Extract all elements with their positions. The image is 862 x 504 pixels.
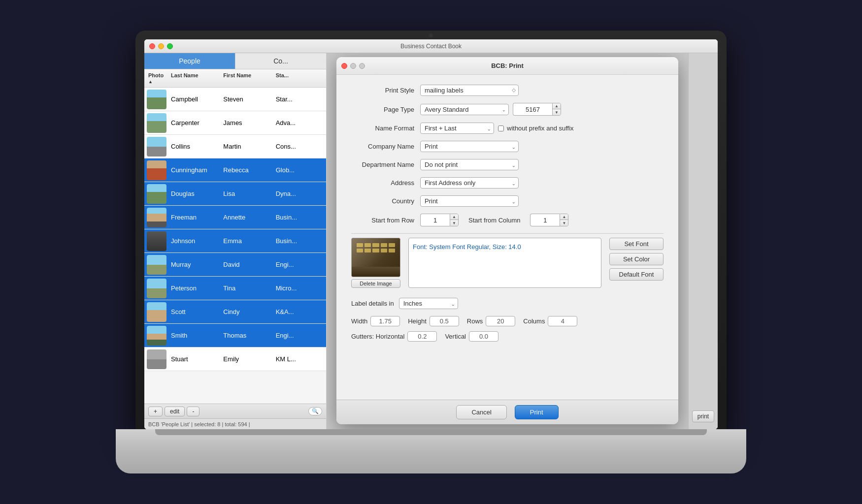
dialog-close-button[interactable]	[341, 63, 347, 69]
table-row[interactable]: CarpenterJamesAdva...	[144, 111, 326, 135]
table-row[interactable]: StuartEmilyKM L...	[144, 347, 326, 371]
address-controls: First Address only	[420, 177, 519, 189]
main-content: BCB: Print Print Style mailin	[327, 53, 688, 429]
contact-company: Dyna...	[274, 190, 326, 197]
height-label: Height	[408, 317, 427, 325]
department-name-select[interactable]: Do not print	[420, 159, 519, 170]
add-contact-button[interactable]: +	[148, 407, 163, 416]
avatar-image	[147, 113, 166, 133]
tab-people[interactable]: People	[144, 53, 235, 69]
avatar	[144, 347, 169, 371]
page-number-up[interactable]: ▲	[553, 103, 561, 109]
edit-contact-button[interactable]: edit	[165, 407, 185, 416]
dialog-max-button	[359, 63, 365, 69]
start-col-input[interactable]	[530, 214, 560, 226]
print-side-button[interactable]: print	[692, 410, 714, 422]
table-header: Photo ▲ Last Name First Name Sta...	[144, 69, 326, 88]
columns-input[interactable]	[548, 316, 577, 326]
name-format-select[interactable]: First + Last	[420, 123, 494, 134]
print-style-select-wrapper: mailing labels	[420, 85, 519, 96]
contact-last-name: Johnson	[169, 237, 221, 245]
country-select-wrapper: Print	[420, 195, 519, 207]
height-item: Height	[408, 316, 459, 326]
address-select[interactable]: First Address only	[420, 177, 519, 189]
default-font-button[interactable]: Default Font	[609, 268, 663, 281]
tab-contacts[interactable]: Co...	[235, 53, 326, 69]
col-first-header[interactable]: First Name	[221, 71, 273, 85]
contact-last-name: Douglas	[169, 190, 221, 197]
contact-first-name: Lisa	[221, 190, 273, 197]
avatar	[144, 88, 169, 111]
start-col-down[interactable]: ▼	[560, 220, 568, 226]
remove-contact-button[interactable]: -	[187, 407, 199, 416]
rows-input[interactable]	[486, 316, 515, 326]
avatar-image	[147, 255, 166, 275]
dialog-traffic-lights	[341, 63, 365, 69]
page-number-arrows: ▲ ▼	[552, 103, 561, 116]
dialog-min-button	[350, 63, 356, 69]
print-style-controls: mailing labels	[420, 85, 519, 96]
height-input[interactable]	[430, 316, 459, 326]
table-row[interactable]: DouglasLisaDyna...	[144, 182, 326, 206]
page-number-input[interactable]	[513, 103, 552, 116]
label-details-unit-select[interactable]: Inches	[399, 298, 458, 309]
window-9	[381, 249, 387, 252]
gutters-v-input[interactable]	[469, 331, 498, 342]
window-4	[381, 243, 387, 247]
avatar	[144, 253, 169, 277]
rows-item: Rows	[467, 316, 516, 326]
avatar-image	[147, 326, 166, 346]
maximize-button[interactable]	[167, 43, 173, 49]
prefix-suffix-checkbox[interactable]	[498, 126, 504, 131]
contact-company: Star...	[274, 95, 326, 103]
name-format-select-wrapper: First + Last	[420, 123, 494, 134]
name-format-controls: First + Last without prefix and suffix	[420, 123, 574, 134]
rows-label: Rows	[467, 317, 483, 325]
minimize-button[interactable]	[158, 43, 164, 49]
set-font-button[interactable]: Set Font	[609, 238, 663, 250]
col-last-header[interactable]: Last Name	[169, 71, 221, 85]
label-image-box	[351, 238, 400, 277]
address-select-wrapper: First Address only	[420, 177, 519, 189]
contact-last-name: Scott	[169, 308, 221, 315]
start-col-arrows: ▲ ▼	[560, 214, 568, 226]
start-row-down[interactable]: ▼	[450, 220, 458, 226]
table-row[interactable]: CollinsMartinCons...	[144, 135, 326, 158]
page-number-down[interactable]: ▼	[553, 109, 561, 115]
table-row[interactable]: SmithThomasEngi...	[144, 324, 326, 347]
search-input[interactable]: 🔍	[308, 407, 322, 415]
delete-image-button[interactable]: Delete Image	[351, 279, 400, 288]
name-format-label: Name Format	[351, 125, 420, 132]
page-type-select[interactable]: Avery Standard	[420, 104, 509, 115]
table-row[interactable]: ScottCindyK&A...	[144, 300, 326, 324]
cancel-button[interactable]: Cancel	[456, 405, 506, 419]
start-row-up[interactable]: ▲	[450, 214, 458, 220]
page-type-row: Page Type Avery Standard	[351, 103, 663, 116]
start-row-input[interactable]	[420, 214, 450, 226]
avatar-image	[147, 90, 166, 109]
building-windows	[357, 243, 395, 252]
table-row[interactable]: MurrayDavidEngi...	[144, 253, 326, 277]
table-row[interactable]: CampbellStevenStar...	[144, 88, 326, 111]
table-row[interactable]: CunninghamRebeccaGlob...	[144, 158, 326, 182]
col-photo-header[interactable]: Photo ▲	[144, 71, 169, 85]
width-input[interactable]	[370, 316, 400, 326]
company-name-select[interactable]: Print	[420, 141, 519, 152]
close-button[interactable]	[149, 43, 155, 49]
table-row[interactable]: PetersonTinaMicro...	[144, 277, 326, 300]
window-6	[357, 249, 363, 252]
start-col-up[interactable]: ▲	[560, 214, 568, 220]
separator-1	[351, 233, 663, 234]
table-row[interactable]: JohnsonEmmaBusin...	[144, 229, 326, 253]
country-controls: Print	[420, 195, 519, 207]
company-name-row: Company Name Print	[351, 141, 663, 152]
font-image-area: Delete Image	[351, 238, 400, 288]
app-window: Business Contact Book People Co... Photo	[144, 39, 718, 429]
print-button[interactable]: Print	[515, 405, 559, 419]
set-color-button[interactable]: Set Color	[609, 253, 663, 265]
print-style-select[interactable]: mailing labels	[420, 85, 519, 96]
gutters-h-input[interactable]	[407, 331, 437, 342]
country-select[interactable]: Print	[420, 195, 519, 207]
col-company-header[interactable]: Sta...	[274, 71, 326, 85]
table-row[interactable]: FreemanAnnetteBusin...	[144, 206, 326, 229]
